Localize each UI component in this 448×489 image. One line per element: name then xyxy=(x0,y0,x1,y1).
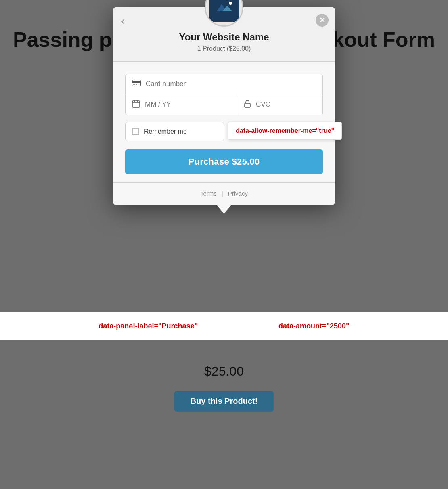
expiry-cell[interactable] xyxy=(126,94,237,115)
svg-rect-7 xyxy=(136,84,137,85)
website-name: Your Website Name xyxy=(125,31,323,43)
card-number-icon xyxy=(132,80,141,88)
remember-tooltip: data-allow-remember-me="true" xyxy=(228,122,342,140)
card-number-row[interactable] xyxy=(126,74,322,94)
expiry-input[interactable] xyxy=(145,100,230,109)
logo-icon xyxy=(214,0,234,15)
remember-me-row[interactable]: Remember me xyxy=(125,122,224,141)
modal-footer: Terms | Privacy xyxy=(113,182,335,205)
product-info: 1 Product ($25.00) xyxy=(125,45,323,52)
footer-separator: | xyxy=(222,190,223,197)
svg-rect-6 xyxy=(133,84,135,85)
svg-rect-12 xyxy=(245,103,250,107)
back-button[interactable]: ‹ xyxy=(121,15,125,27)
card-number-input[interactable] xyxy=(146,80,316,88)
remember-checkbox[interactable] xyxy=(132,128,139,135)
privacy-link[interactable]: Privacy xyxy=(228,190,248,197)
svg-rect-8 xyxy=(132,101,140,107)
card-bottom-row xyxy=(126,94,322,115)
lock-icon xyxy=(244,100,251,109)
back-icon: ‹ xyxy=(121,15,125,27)
calendar-icon xyxy=(132,100,140,109)
modal-overlay: ‹ ✕ Your Website Name 1 Product ($25.00) xyxy=(0,0,448,489)
purchase-button[interactable]: Purchase $25.00 xyxy=(125,149,323,174)
card-fields-group xyxy=(125,74,323,115)
svg-rect-5 xyxy=(132,82,141,83)
checkout-modal: ‹ ✕ Your Website Name 1 Product ($25.00) xyxy=(113,7,335,205)
remember-label: Remember me xyxy=(144,128,187,135)
terms-link[interactable]: Terms xyxy=(200,190,217,197)
svg-point-3 xyxy=(229,2,232,5)
cvc-cell[interactable] xyxy=(237,94,323,115)
modal-form: Remember me data-allow-remember-me="true… xyxy=(113,62,335,182)
modal-triangle xyxy=(217,205,231,214)
cvc-input[interactable] xyxy=(256,100,323,109)
logo-inner xyxy=(209,0,239,22)
close-icon: ✕ xyxy=(319,16,325,25)
close-button[interactable]: ✕ xyxy=(316,14,329,27)
remember-row-wrapper: Remember me data-allow-remember-me="true… xyxy=(125,122,323,141)
